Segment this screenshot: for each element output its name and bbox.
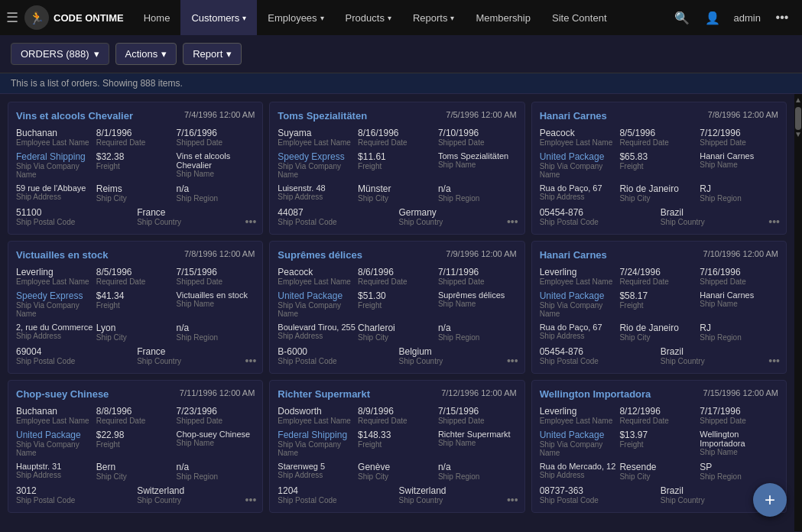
employee-label: Employee Last Name — [278, 417, 356, 425]
country-value: Belgium — [398, 346, 516, 357]
region-value: n/a — [177, 183, 255, 194]
report-caret-icon: ▾ — [226, 48, 232, 60]
ship-via-value[interactable]: Speedy Express — [16, 290, 95, 301]
shipped-date-field: 7/15/1996 Shipped Date — [438, 406, 517, 425]
card-employee-row: Buchanan Employee Last Name 8/1/1996 Req… — [16, 128, 255, 147]
ship-name-field: Wellington Importadora Ship Name — [700, 430, 778, 457]
address-label: Ship Address — [278, 471, 356, 479]
card-more-button[interactable]: ••• — [245, 355, 257, 367]
scroll-thumb[interactable] — [795, 107, 801, 130]
ship-via-value[interactable]: United Package — [278, 290, 356, 301]
employee-field: Buchanan Employee Last Name — [16, 128, 95, 147]
card-bottom-row: 44087 Ship Postal Code Germany Ship Coun… — [278, 207, 516, 226]
address-field: Starenweg 5 Ship Address — [278, 462, 356, 481]
card-title[interactable]: Hanari Carnes — [540, 249, 607, 261]
card-ship-row: Speedy Express Ship Via Company Name $41… — [16, 290, 255, 318]
card-more-button[interactable]: ••• — [507, 355, 518, 367]
shipped-date-label: Shipped Date — [438, 277, 517, 286]
card-more-button[interactable]: ••• — [507, 216, 518, 228]
address-field: Luisenstr. 48 Ship Address — [278, 183, 356, 203]
ship-via-value[interactable]: United Package — [16, 430, 95, 440]
ship-via-field: United Package Ship Via Company Name — [540, 290, 619, 318]
search-button[interactable]: 🔍 — [668, 4, 696, 31]
country-field: Belgium Ship Country — [398, 346, 516, 365]
country-label: Ship Country — [137, 218, 255, 226]
nav-reports[interactable]: Reports ▾ — [402, 0, 466, 35]
orders-badge[interactable]: ORDERS (888) ▾ — [11, 43, 109, 65]
nav-membership[interactable]: Membership — [465, 0, 541, 35]
card-more-button[interactable]: ••• — [245, 494, 257, 506]
freight-field: $148.33 Freight — [358, 430, 437, 457]
card-title[interactable]: Wellington Importadora — [540, 388, 651, 400]
postal-field: 3012 Ship Postal Code — [16, 485, 134, 504]
shipped-date-label: Shipped Date — [438, 417, 517, 425]
card-address-row: Rua do Paço, 67 Ship Address Rio de Jane… — [540, 323, 778, 342]
logo-icon: 🏃 — [24, 5, 49, 30]
postal-label: Ship Postal Code — [16, 218, 134, 226]
card-title[interactable]: Toms Spezialitäten — [278, 110, 367, 122]
add-fab-button[interactable]: + — [753, 483, 787, 517]
card-employee-row: Peacock Employee Last Name 8/6/1996 Requ… — [278, 267, 516, 286]
card-more-button[interactable]: ••• — [245, 216, 257, 228]
nav-home[interactable]: Home — [133, 0, 181, 35]
order-card: Richter Supermarkt 7/12/1996 12:00 AM Do… — [269, 380, 524, 513]
ship-via-value[interactable]: United Package — [540, 430, 619, 440]
nav-employees[interactable]: Employees ▾ — [257, 0, 334, 35]
card-date: 7/12/1996 12:00 AM — [441, 388, 516, 397]
ship-via-value[interactable]: Federal Shipping — [278, 430, 356, 440]
required-date-value: 8/9/1996 — [358, 406, 437, 417]
scroll-down-icon[interactable]: ▼ — [794, 130, 802, 138]
card-more-button[interactable]: ••• — [768, 216, 780, 228]
order-card: Hanari Carnes 7/10/1996 12:00 AM Leverli… — [531, 241, 787, 374]
card-title[interactable]: Chop-suey Chinese — [16, 388, 109, 400]
city-field: Rio de Janeiro Ship City — [619, 323, 698, 342]
ship-name-field: Suprêmes délices Ship Name — [438, 290, 517, 318]
scroll-up-icon[interactable]: ▲ — [794, 96, 802, 104]
nav-customers[interactable]: Customers ▾ — [180, 0, 257, 35]
region-label: Ship Region — [177, 472, 255, 481]
nav-site-content[interactable]: Site Content — [541, 0, 618, 35]
card-bottom-row: B-6000 Ship Postal Code Belgium Ship Cou… — [278, 346, 516, 365]
reports-caret-icon: ▾ — [450, 14, 454, 22]
card-ship-row: Federal Shipping Ship Via Company Name $… — [16, 151, 255, 179]
actions-button[interactable]: Actions ▾ — [115, 43, 177, 65]
report-button[interactable]: Report ▾ — [183, 43, 242, 65]
card-title[interactable]: Suprêmes délices — [278, 249, 362, 261]
ship-via-field: Federal Shipping Ship Via Company Name — [278, 430, 356, 457]
ship-name-label: Ship Name — [700, 161, 778, 169]
region-value: RJ — [700, 183, 778, 194]
ship-via-value[interactable]: United Package — [540, 151, 619, 162]
card-address-row: Luisenstr. 48 Ship Address Münster Ship … — [278, 183, 516, 203]
ship-name-value: Hanari Carnes — [700, 290, 778, 300]
card-more-button[interactable]: ••• — [768, 355, 780, 367]
ship-name-field: Vins et alcools Chevalier Ship Name — [177, 151, 255, 179]
required-date-label: Required Date — [96, 138, 175, 147]
employee-value: Peacock — [540, 128, 619, 138]
postal-label: Ship Postal Code — [540, 496, 658, 504]
user-avatar-button[interactable]: 👤 — [699, 4, 726, 31]
ship-via-value[interactable]: Speedy Express — [278, 151, 356, 162]
nav-products[interactable]: Products ▾ — [335, 0, 402, 35]
ship-via-value[interactable]: Federal Shipping — [16, 151, 95, 162]
shipped-date-field: 7/10/1996 Shipped Date — [438, 128, 517, 147]
card-employee-row: Buchanan Employee Last Name 8/8/1996 Req… — [16, 406, 255, 425]
freight-value: $11.61 — [358, 151, 437, 162]
card-more-button[interactable]: ••• — [507, 494, 518, 506]
card-title[interactable]: Richter Supermarkt — [278, 388, 370, 400]
shipped-date-label: Shipped Date — [177, 138, 255, 147]
city-value: Rio de Janeiro — [619, 183, 698, 194]
card-ship-row: United Package Ship Via Company Name $65… — [540, 151, 778, 179]
orders-label: ORDERS (888) — [21, 48, 89, 60]
card-title[interactable]: Hanari Carnes — [540, 110, 607, 122]
address-label: Ship Address — [540, 332, 619, 340]
postal-value: 1204 — [278, 485, 395, 496]
card-title[interactable]: Vins et alcools Chevalier — [16, 110, 133, 122]
country-field: France Ship Country — [137, 207, 255, 226]
ship-via-value[interactable]: United Package — [540, 290, 619, 301]
nav-membership-label: Membership — [476, 12, 531, 24]
hamburger-button[interactable]: ☰ — [6, 9, 18, 26]
card-title[interactable]: Victuailles en stock — [16, 249, 108, 261]
more-options-button[interactable]: ••• — [768, 4, 796, 31]
scroll-track[interactable]: ▲ ▼ — [794, 94, 802, 531]
shipped-date-field: 7/12/1996 Shipped Date — [700, 128, 778, 147]
